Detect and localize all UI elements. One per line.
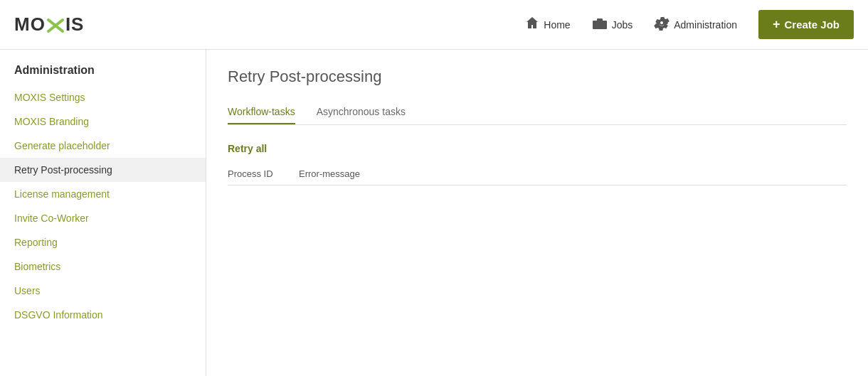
sidebar-title: Administration: [0, 64, 206, 85]
header: MO IS Home Jobs: [0, 0, 868, 50]
gear-icon: [654, 15, 669, 34]
sidebar-item-reporting[interactable]: Reporting: [0, 230, 206, 254]
jobs-icon: [592, 16, 608, 33]
sidebar-item-moxis-settings[interactable]: MOXIS Settings: [0, 85, 206, 109]
tab-asynchronous-tasks[interactable]: Asynchronous tasks: [317, 100, 406, 124]
tabs: Workflow-tasks Asynchronous tasks: [228, 100, 847, 125]
sidebar-item-moxis-branding[interactable]: MOXIS Branding: [0, 109, 206, 134]
logo-text-left: MO: [14, 14, 46, 36]
sidebar-item-generate-placeholder[interactable]: Generate placeholder: [0, 134, 206, 158]
sidebar-item-retry-post-processing[interactable]: Retry Post-processing: [0, 158, 206, 182]
logo-text-right: IS: [65, 14, 85, 36]
nav-administration-label: Administration: [674, 19, 737, 31]
nav-home[interactable]: Home: [525, 16, 570, 33]
sidebar-item-license-management[interactable]: License management: [0, 182, 206, 206]
sidebar-item-biometrics[interactable]: Biometrics: [0, 254, 206, 279]
nav-administration[interactable]: Administration: [654, 15, 737, 34]
tab-workflow-tasks[interactable]: Workflow-tasks: [228, 100, 295, 124]
layout: Administration MOXIS Settings MOXIS Bran…: [0, 50, 868, 376]
home-icon: [525, 16, 539, 33]
nav-home-label: Home: [544, 19, 570, 31]
sidebar: Administration MOXIS Settings MOXIS Bran…: [0, 50, 206, 376]
nav-right: Home Jobs Administration + Create Job: [525, 10, 854, 39]
main-content: Retry Post-processing Workflow-tasks Asy…: [206, 50, 868, 376]
page-title: Retry Post-processing: [228, 68, 847, 86]
create-job-button[interactable]: + Create Job: [758, 10, 854, 39]
sidebar-item-users[interactable]: Users: [0, 279, 206, 303]
sidebar-item-invite-co-worker[interactable]: Invite Co-Worker: [0, 206, 206, 230]
svg-rect-2: [593, 21, 607, 29]
retry-all-button[interactable]: Retry all: [228, 139, 267, 158]
col-process-id-header: Process ID: [228, 168, 299, 179]
logo: MO IS: [14, 14, 84, 36]
create-job-plus: +: [773, 17, 780, 32]
nav-jobs-label: Jobs: [612, 19, 633, 31]
logo-x: [46, 14, 65, 36]
table-header: Process ID Error-message: [228, 168, 847, 186]
col-error-message-header: Error-message: [299, 168, 847, 179]
create-job-label: Create Job: [784, 18, 840, 31]
sidebar-item-dsgvo-information[interactable]: DSGVO Information: [0, 303, 206, 327]
nav-jobs[interactable]: Jobs: [592, 16, 633, 33]
